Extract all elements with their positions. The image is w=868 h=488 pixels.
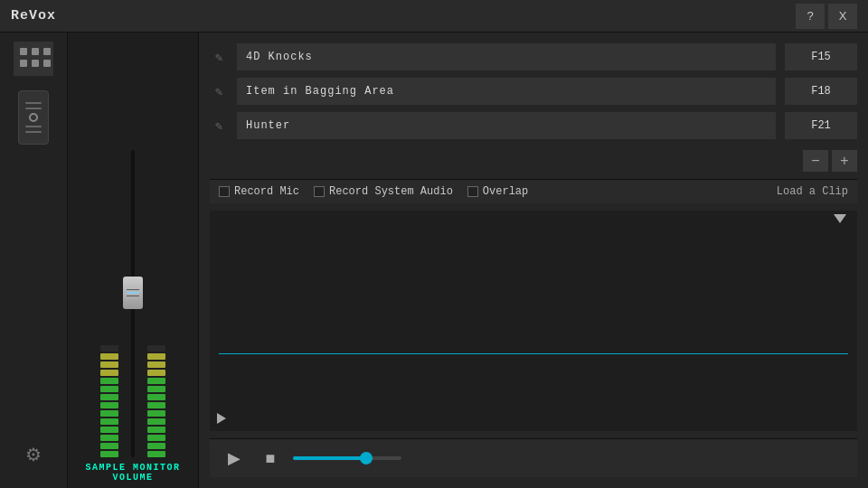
sample-row: ✎ — [210, 112, 857, 139]
meter-segment — [100, 451, 118, 457]
meters — [100, 42, 165, 457]
meter-segment — [100, 410, 118, 417]
playback-bar: ▶ ■ — [210, 438, 857, 477]
meter-segment — [147, 402, 165, 408]
load-clip-button[interactable]: Load a Clip — [777, 185, 848, 198]
overlap-option[interactable]: Overlap — [467, 185, 528, 198]
edit-icon[interactable]: ✎ — [210, 82, 228, 100]
meter-segment — [147, 378, 165, 384]
meter-segment — [100, 435, 118, 441]
meter-segment — [147, 394, 165, 400]
right-panel: ✎✎✎ − + Record Mic Record System Audio O… — [199, 33, 868, 488]
left-meter — [100, 345, 118, 457]
volume-slider[interactable] — [293, 456, 401, 460]
meter-segment — [147, 353, 165, 360]
waveform-line — [219, 353, 848, 354]
sample-name-input[interactable] — [237, 43, 776, 70]
overlap-label: Overlap — [483, 185, 528, 198]
meter-segment — [100, 361, 118, 368]
meter-segment — [147, 435, 165, 441]
remote-line — [25, 108, 42, 109]
fader-knob[interactable] — [123, 277, 143, 309]
play-button[interactable]: ▶ — [221, 445, 248, 472]
fader-line — [127, 296, 139, 296]
edit-icon[interactable]: ✎ — [210, 117, 228, 135]
sample-key-input[interactable] — [785, 43, 857, 70]
meter-segment — [147, 443, 165, 449]
titlebar: ReVox ? X — [0, 0, 868, 33]
sample-list: ✎✎✎ — [210, 43, 857, 139]
remote-line — [25, 126, 42, 127]
meter-segment — [147, 451, 165, 457]
meter-segment — [147, 418, 165, 425]
main-layout: ⚙ SAMPLE MONITOR VOLUME — [0, 33, 868, 488]
add-button[interactable]: + — [832, 150, 857, 172]
help-button[interactable]: ? — [796, 4, 825, 29]
meter-segment — [100, 386, 118, 392]
grid-dot — [32, 60, 39, 67]
waveform-area — [210, 211, 857, 431]
grid-dot — [43, 48, 51, 55]
meter-segment — [100, 394, 118, 400]
meter-area: SAMPLE MONITOR VOLUME — [68, 33, 199, 488]
edit-icon[interactable]: ✎ — [210, 48, 228, 66]
meter-segment — [147, 370, 165, 376]
meter-segment — [100, 402, 118, 408]
meter-segment — [100, 345, 118, 352]
remove-button[interactable]: − — [803, 150, 828, 172]
sample-key-input[interactable] — [785, 78, 857, 105]
fader-line — [127, 289, 139, 290]
meter-segment — [100, 443, 118, 449]
record-system-audio-label: Record System Audio — [329, 185, 453, 198]
meter-segment — [147, 345, 165, 352]
record-options-bar: Record Mic Record System Audio Overlap L… — [210, 179, 857, 203]
grid-dot — [20, 60, 27, 67]
remote-circle — [29, 113, 38, 122]
grid-dot — [43, 60, 51, 67]
playhead-marker-left — [217, 413, 226, 424]
close-button[interactable]: X — [828, 4, 857, 29]
grid-dot — [32, 48, 39, 55]
sample-name-input[interactable] — [237, 78, 776, 105]
meter-segment — [100, 353, 118, 360]
record-mic-label: Record Mic — [234, 185, 299, 198]
meter-segment — [147, 427, 165, 433]
grid-dot — [20, 48, 27, 55]
overlap-checkbox[interactable] — [467, 186, 478, 197]
fader-center-line — [127, 292, 139, 294]
grid-button[interactable] — [14, 42, 53, 76]
right-meter — [147, 345, 165, 457]
fader-column — [122, 150, 144, 457]
sample-row: ✎ — [210, 43, 857, 70]
record-mic-option[interactable]: Record Mic — [219, 185, 299, 198]
meter-segment — [100, 370, 118, 376]
volume-slider-container — [293, 456, 401, 460]
stop-button[interactable]: ■ — [257, 445, 284, 472]
meter-segment — [100, 418, 118, 425]
record-mic-checkbox[interactable] — [219, 186, 230, 197]
sidebar: ⚙ — [0, 33, 68, 488]
sample-name-input[interactable] — [237, 112, 776, 139]
record-system-audio-option[interactable]: Record System Audio — [314, 185, 453, 198]
meter-segment — [100, 378, 118, 384]
meter-label: SAMPLE MONITOR VOLUME — [85, 463, 180, 483]
sample-row: ✎ — [210, 78, 857, 105]
remote-line — [25, 102, 42, 104]
meter-segment — [100, 427, 118, 433]
meter-segment — [147, 386, 165, 392]
app-title: ReVox — [11, 8, 792, 23]
playhead-marker-top — [834, 214, 846, 223]
sample-key-input[interactable] — [785, 112, 857, 139]
record-system-audio-checkbox[interactable] — [314, 186, 325, 197]
remote-line — [25, 131, 42, 133]
add-remove-controls: − + — [210, 150, 857, 172]
remote-control[interactable] — [18, 90, 49, 145]
meter-segment — [147, 410, 165, 417]
settings-button[interactable]: ⚙ — [18, 439, 49, 470]
fader-track — [131, 150, 135, 457]
meter-segment — [147, 361, 165, 368]
